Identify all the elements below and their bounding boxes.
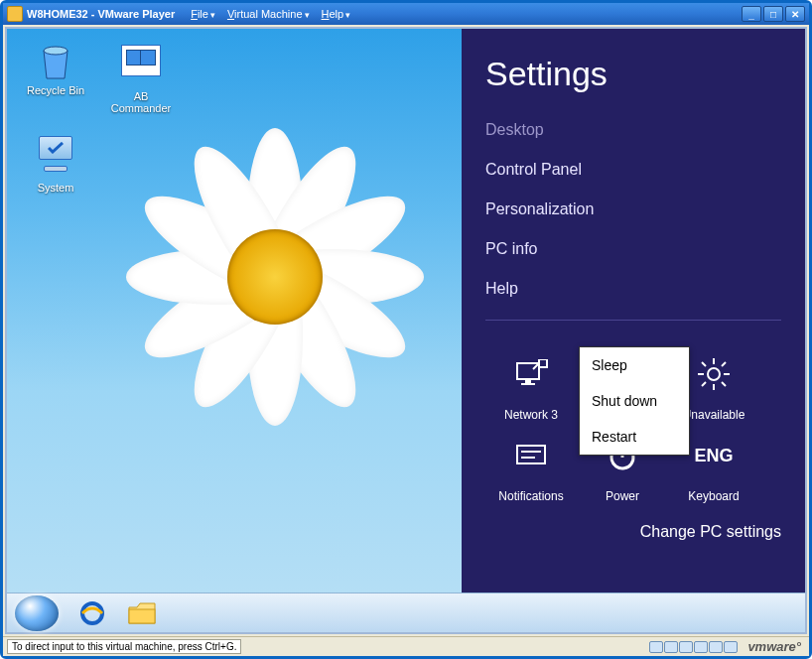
taskbar <box>7 593 805 632</box>
vmware-brand: vmware° <box>747 639 801 654</box>
power-menu-shutdown[interactable]: Shut down <box>580 383 689 419</box>
power-menu-restart[interactable]: Restart <box>580 419 689 455</box>
notifications-icon <box>513 422 549 489</box>
svg-rect-15 <box>517 446 545 463</box>
settings-link-help[interactable]: Help <box>485 280 781 298</box>
window-title: W8HOME32 - VMware Player <box>27 8 175 20</box>
divider <box>485 320 781 321</box>
svg-point-20 <box>82 603 102 623</box>
tile-label: Network 3 <box>504 408 558 422</box>
device-icon[interactable] <box>694 641 708 653</box>
vmware-device-icons[interactable] <box>649 641 738 653</box>
change-pc-settings[interactable]: Change PC settings <box>485 523 781 541</box>
svg-point-0 <box>44 47 68 55</box>
network-icon <box>513 340 549 408</box>
svg-line-11 <box>702 362 706 366</box>
keyboard-icon: ENG <box>694 422 733 489</box>
minimize-button[interactable]: _ <box>742 6 761 22</box>
svg-line-12 <box>722 382 726 386</box>
menu-help[interactable]: Help▾ <box>322 8 351 20</box>
settings-link-pc-info[interactable]: PC info <box>485 240 781 258</box>
tile-label: Unavailable <box>683 408 745 422</box>
settings-link-personalization[interactable]: Personalization <box>485 200 781 218</box>
recycle-bin-icon <box>34 39 77 82</box>
settings-link-desktop[interactable]: Desktop <box>485 121 781 139</box>
ab-commander-icon <box>121 45 161 76</box>
brightness-icon <box>696 340 732 408</box>
settings-link-control-panel[interactable]: Control Panel <box>485 161 781 179</box>
desktop-icon-label: AB Commander <box>102 90 180 114</box>
tile-notifications[interactable]: Notifications <box>485 422 577 503</box>
svg-line-13 <box>722 362 726 366</box>
tile-label: Notifications <box>498 489 563 503</box>
app-icon <box>7 6 23 22</box>
device-icon[interactable] <box>679 641 693 653</box>
settings-charm-panel: Settings Desktop Control Panel Personali… <box>462 29 805 593</box>
app-window: W8HOME32 - VMware Player File▾ Virtual M… <box>0 0 812 659</box>
tile-label: Keyboard <box>688 489 739 503</box>
taskbar-explorer[interactable] <box>126 599 158 627</box>
device-icon[interactable] <box>709 641 723 653</box>
status-hint: To direct input to this virtual machine,… <box>7 639 241 654</box>
ie-icon <box>78 599 106 627</box>
device-icon[interactable] <box>649 641 663 653</box>
close-button[interactable]: ✕ <box>785 6 805 22</box>
tile-network[interactable]: Network 3 <box>485 340 577 422</box>
power-popup-menu: Sleep Shut down Restart <box>579 346 690 456</box>
power-menu-sleep[interactable]: Sleep <box>580 347 689 383</box>
device-icon[interactable] <box>724 641 738 653</box>
menu-virtual-machine[interactable]: Virtual Machine▾ <box>227 8 310 20</box>
system-icon <box>36 136 75 172</box>
svg-rect-21 <box>129 609 155 623</box>
svg-rect-4 <box>539 359 547 367</box>
svg-rect-2 <box>525 379 531 383</box>
desktop-icon-label: System <box>17 182 94 194</box>
taskbar-ie[interactable] <box>76 599 108 627</box>
tile-label: Power <box>606 489 639 503</box>
svg-point-6 <box>708 368 720 380</box>
statusbar: To direct input to this virtual machine,… <box>3 636 809 656</box>
desktop-icon-label: Recycle Bin <box>17 84 94 96</box>
svg-rect-3 <box>521 383 535 385</box>
desktop-icon-system[interactable]: System <box>17 132 94 194</box>
svg-line-14 <box>702 382 706 386</box>
menu-file[interactable]: File▾ <box>191 8 215 20</box>
folder-icon <box>127 601 157 625</box>
maximize-button[interactable]: □ <box>763 6 783 22</box>
desktop-icon-ab-commander[interactable]: AB Commander <box>102 39 180 114</box>
settings-title: Settings <box>485 55 781 93</box>
start-button[interactable] <box>15 595 59 631</box>
wallpaper-flower <box>116 118 434 436</box>
vm-viewport: Recycle Bin AB Commander System Settings <box>5 27 807 634</box>
device-icon[interactable] <box>664 641 678 653</box>
titlebar: W8HOME32 - VMware Player File▾ Virtual M… <box>3 3 809 25</box>
desktop-icon-recycle-bin[interactable]: Recycle Bin <box>17 39 94 96</box>
